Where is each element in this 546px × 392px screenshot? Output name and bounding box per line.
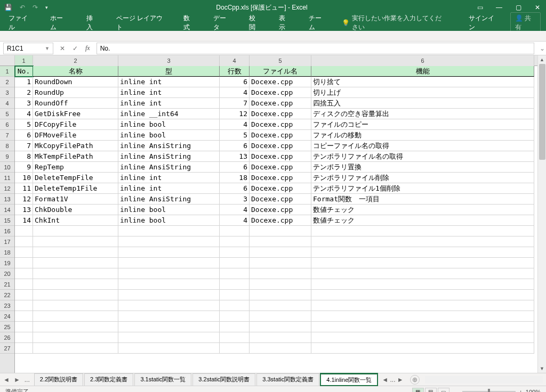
cell[interactable] xyxy=(33,343,118,354)
scroll-up-icon[interactable]: ▲ xyxy=(538,55,546,64)
cell[interactable]: 12 xyxy=(15,194,33,205)
cell[interactable] xyxy=(118,343,220,354)
cell[interactable]: 4 xyxy=(220,87,250,98)
row-header[interactable]: 6 xyxy=(0,119,14,130)
cell[interactable]: 11 xyxy=(15,183,33,194)
sheet-tab[interactable]: 2.2関数説明書 xyxy=(34,373,83,386)
cell[interactable] xyxy=(220,290,250,300)
tab-pagelayout[interactable]: ページ レイアウト xyxy=(113,12,168,34)
cell[interactable] xyxy=(220,236,250,247)
cell[interactable] xyxy=(15,268,33,279)
zoom-out-icon[interactable]: − xyxy=(456,389,459,393)
cell[interactable]: 7 xyxy=(220,98,250,109)
cell[interactable]: 6 xyxy=(220,77,250,87)
cell[interactable] xyxy=(15,311,33,322)
cell[interactable]: 12 xyxy=(220,109,250,119)
cell[interactable] xyxy=(33,268,118,279)
sheet-tab[interactable]: 3.3static関数定義書 xyxy=(256,373,319,386)
cell[interactable] xyxy=(33,311,118,322)
cell[interactable]: テンポラリ置換 xyxy=(311,162,534,173)
cell[interactable]: 5 xyxy=(220,130,250,141)
cell[interactable] xyxy=(220,300,250,311)
cell[interactable] xyxy=(311,322,534,332)
cell[interactable] xyxy=(118,311,220,322)
row-header[interactable]: 1 xyxy=(0,66,14,77)
cell[interactable] xyxy=(33,226,118,236)
row-header[interactable]: 10 xyxy=(0,162,14,173)
cell[interactable]: 7 xyxy=(15,141,33,151)
cell[interactable]: ファイルのコピー xyxy=(311,119,534,130)
sheet-tab[interactable]: 4.1inline関数一覧 xyxy=(320,373,378,386)
close-icon[interactable]: ✕ xyxy=(533,4,542,11)
cell[interactable]: Docexe.cpp xyxy=(250,109,311,119)
cell[interactable]: ChkDouble xyxy=(33,205,118,215)
cell[interactable] xyxy=(220,343,250,354)
cell[interactable]: テンポラリファイル削除 xyxy=(311,173,534,183)
cell[interactable] xyxy=(33,279,118,290)
cell[interactable]: 14 xyxy=(15,215,33,226)
tab-home[interactable]: ホーム xyxy=(47,12,71,34)
cell[interactable] xyxy=(118,279,220,290)
cell[interactable]: Docexe.cpp xyxy=(250,130,311,141)
cell[interactable]: 切り上げ xyxy=(311,87,534,98)
cell[interactable]: inline int xyxy=(118,183,220,194)
cell[interactable]: 2 xyxy=(15,87,33,98)
tab-data[interactable]: データ xyxy=(210,12,234,34)
cell[interactable]: 4 xyxy=(220,215,250,226)
cell[interactable]: テンポラリファイル1個削除 xyxy=(311,183,534,194)
cell[interactable] xyxy=(250,290,311,300)
cell[interactable]: DFMoveFile xyxy=(33,130,118,141)
cell[interactable] xyxy=(15,247,33,258)
row-header[interactable]: 7 xyxy=(0,130,14,141)
redo-icon[interactable]: ↷ xyxy=(33,4,38,11)
cell[interactable] xyxy=(118,332,220,343)
cell[interactable]: Docexe.cpp xyxy=(250,194,311,205)
cell[interactable]: 3 xyxy=(15,98,33,109)
save-icon[interactable]: 💾 xyxy=(4,4,12,11)
row-header[interactable]: 3 xyxy=(0,87,14,98)
cell[interactable]: 6 xyxy=(15,130,33,141)
cell[interactable] xyxy=(311,300,534,311)
sheet-tab[interactable]: 3.2static関数説明書 xyxy=(192,373,255,386)
cell[interactable]: 5 xyxy=(15,119,33,130)
accept-formula-icon[interactable]: ✓ xyxy=(73,45,78,52)
cell[interactable] xyxy=(220,311,250,322)
cell[interactable]: 18 xyxy=(220,173,250,183)
cell[interactable] xyxy=(15,300,33,311)
tab-formulas[interactable]: 数式 xyxy=(180,12,198,34)
cell[interactable] xyxy=(311,258,534,268)
scroll-thumb[interactable] xyxy=(539,64,545,160)
row-header[interactable]: 19 xyxy=(0,258,14,268)
scroll-down-icon[interactable]: ▼ xyxy=(538,364,546,373)
cell[interactable]: 4 xyxy=(220,119,250,130)
cell[interactable] xyxy=(15,290,33,300)
signin-link[interactable]: サインイン xyxy=(469,14,498,32)
cell[interactable]: Docexe.cpp xyxy=(250,77,311,87)
cell[interactable] xyxy=(250,279,311,290)
cell[interactable]: テンポラリファイル名の取得 xyxy=(311,151,534,162)
cell[interactable]: 数値チェック xyxy=(311,205,534,215)
cell[interactable]: DeleteTempFile xyxy=(33,173,118,183)
cell[interactable]: 8 xyxy=(15,151,33,162)
cell[interactable] xyxy=(311,268,534,279)
row-header[interactable]: 20 xyxy=(0,268,14,279)
cell[interactable]: 6 xyxy=(220,141,250,151)
cell[interactable] xyxy=(311,290,534,300)
cell[interactable]: inline AnsiString xyxy=(118,194,220,205)
cell[interactable]: inline AnsiString xyxy=(118,162,220,173)
cell[interactable]: 13 xyxy=(15,205,33,215)
cell[interactable] xyxy=(15,236,33,247)
cell[interactable]: Docexe.cpp xyxy=(250,98,311,109)
tab-team[interactable]: チーム xyxy=(306,12,330,34)
table-header-cell[interactable]: ファイル名 xyxy=(250,66,311,77)
cell[interactable] xyxy=(118,268,220,279)
cell[interactable]: inline bool xyxy=(118,205,220,215)
cell[interactable] xyxy=(118,322,220,332)
row-header[interactable]: 13 xyxy=(0,194,14,205)
cell[interactable] xyxy=(250,343,311,354)
cell[interactable] xyxy=(15,343,33,354)
cell[interactable]: GetDiskFree xyxy=(33,109,118,119)
row-header[interactable]: 26 xyxy=(0,332,14,343)
cell[interactable] xyxy=(220,247,250,258)
spreadsheet-grid[interactable]: No.名称型行数ファイル名機能1RoundDowninline int6Doce… xyxy=(15,66,537,373)
